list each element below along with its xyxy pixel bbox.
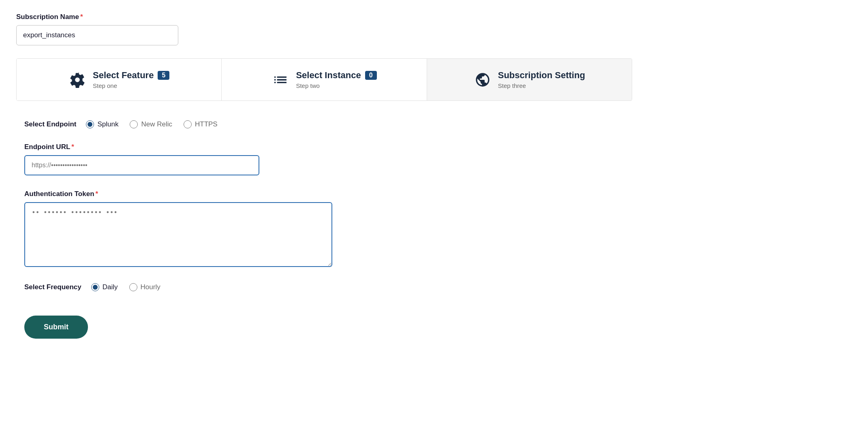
required-indicator: * (80, 13, 83, 21)
step-instance-text: Select Instance 0 Step two (296, 70, 376, 89)
step-tab-select-instance[interactable]: Select Instance 0 Step two (222, 59, 427, 100)
endpoint-label-https: HTTPS (195, 120, 218, 128)
step-feature-subtitle: Step one (93, 82, 117, 89)
auth-token-textarea[interactable] (24, 202, 332, 267)
endpoint-label-splunk: Splunk (97, 120, 118, 128)
endpoint-option-splunk[interactable]: Splunk (86, 120, 118, 128)
step-setting-title-row: Subscription Setting (498, 70, 585, 81)
steps-navigation: Select Feature 5 Step one Select Instanc… (16, 58, 632, 101)
list-icon (272, 71, 289, 89)
step-instance-title: Select Instance (296, 70, 361, 81)
gear-icon (68, 71, 86, 89)
frequency-row: Select Frequency Daily Hourly (24, 283, 624, 291)
endpoint-radio-group: Splunk New Relic HTTPS (86, 120, 217, 128)
step-setting-title: Subscription Setting (498, 70, 585, 81)
frequency-radio-hourly[interactable] (129, 283, 137, 291)
step-feature-badge: 5 (158, 71, 169, 80)
endpoint-option-newrelic[interactable]: New Relic (130, 120, 172, 128)
token-required: * (96, 190, 98, 198)
globe-icon (474, 71, 492, 89)
endpoint-label: Select Endpoint (24, 120, 76, 128)
step-instance-subtitle: Step two (296, 82, 319, 89)
frequency-option-hourly[interactable]: Hourly (129, 283, 160, 291)
auth-token-label: Authentication Token* (24, 190, 624, 198)
step-feature-title: Select Feature (93, 70, 154, 81)
endpoint-option-https[interactable]: HTTPS (184, 120, 218, 128)
step-tab-select-feature[interactable]: Select Feature 5 Step one (17, 59, 222, 100)
endpoint-label-newrelic: New Relic (141, 120, 172, 128)
frequency-label-hourly: Hourly (141, 283, 160, 291)
frequency-label-daily: Daily (103, 283, 118, 291)
subscription-name-section: Subscription Name* (16, 13, 632, 45)
form-section: Select Endpoint Splunk New Relic HTTPS (16, 120, 632, 339)
auth-token-block: Authentication Token* (24, 190, 624, 269)
subscription-name-label: Subscription Name* (16, 13, 632, 21)
endpoint-radio-splunk[interactable] (86, 120, 94, 128)
subscription-name-input[interactable] (16, 25, 178, 45)
endpoint-url-block: Endpoint URL* (24, 143, 624, 175)
step-feature-text: Select Feature 5 Step one (93, 70, 169, 89)
step-feature-title-row: Select Feature 5 (93, 70, 169, 81)
submit-button[interactable]: Submit (24, 316, 88, 339)
endpoint-radio-newrelic[interactable] (130, 120, 138, 128)
frequency-option-daily[interactable]: Daily (91, 283, 118, 291)
frequency-radio-group: Daily Hourly (91, 283, 160, 291)
endpoint-radio-https[interactable] (184, 120, 192, 128)
main-container: Subscription Name* Select Feature 5 Step… (0, 0, 648, 352)
step-instance-badge: 0 (365, 71, 377, 80)
frequency-label: Select Frequency (24, 283, 81, 291)
url-required: * (71, 143, 74, 151)
step-tab-subscription-setting[interactable]: Subscription Setting Step three (427, 59, 632, 100)
step-setting-text: Subscription Setting Step three (498, 70, 585, 89)
endpoint-url-input[interactable] (24, 155, 259, 175)
endpoint-url-label: Endpoint URL* (24, 143, 624, 151)
frequency-radio-daily[interactable] (91, 283, 99, 291)
step-instance-title-row: Select Instance 0 (296, 70, 376, 81)
endpoint-row: Select Endpoint Splunk New Relic HTTPS (24, 120, 624, 128)
step-setting-subtitle: Step three (498, 82, 526, 89)
